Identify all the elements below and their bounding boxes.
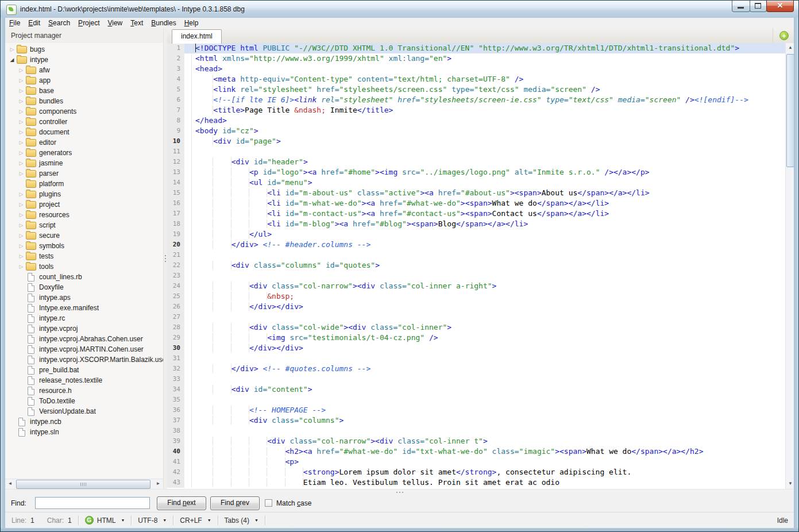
expand-icon[interactable]: ▷: [18, 210, 25, 220]
code-line[interactable]: 39 <div class="col-narrow"><div class="c…: [167, 436, 786, 446]
title-bar[interactable]: index.html - D:\work\projects\inmite\web…: [1, 1, 798, 18]
find-prev-button[interactable]: Find prev: [210, 496, 260, 510]
tree-item-parser[interactable]: ▷parser: [5, 168, 163, 179]
expand-icon[interactable]: ▷: [18, 241, 25, 251]
tree-item-editor[interactable]: ▷editor: [5, 137, 163, 148]
code-line[interactable]: 34 <div id="content">: [167, 384, 786, 395]
tree-item-script[interactable]: ▷script: [5, 220, 163, 230]
code-line[interactable]: 40 <h2><a href="#what-we-do" id="txt-wha…: [167, 446, 786, 457]
code-line[interactable]: 28 <div class="col-wide"><div class="col…: [167, 322, 786, 333]
tree-item-app[interactable]: ▷app: [5, 75, 163, 86]
expand-icon[interactable]: ▷: [18, 75, 25, 86]
code-line[interactable]: 13 <p id="logo"><a href="#home"><img src…: [167, 167, 786, 178]
tabs-dropdown[interactable]: Tabs (4)▼: [218, 516, 265, 525]
menu-search[interactable]: Search: [44, 18, 74, 28]
expand-icon[interactable]: ▷: [18, 106, 25, 117]
menu-view[interactable]: View: [103, 18, 126, 28]
menu-edit[interactable]: Edit: [24, 18, 44, 28]
line-ending-dropdown[interactable]: CR+LF▼: [173, 516, 217, 525]
expand-icon[interactable]: ▷: [18, 96, 25, 106]
code-line[interactable]: 4 <meta http-equiv="Content-type" conten…: [167, 74, 786, 84]
expand-icon[interactable]: ▷: [18, 127, 25, 137]
tree-item-base[interactable]: ▷base: [5, 86, 163, 96]
tree-item-intype-sln[interactable]: intype.sln: [5, 427, 163, 437]
find-input[interactable]: [35, 497, 150, 509]
code-line[interactable]: 8</head>: [167, 115, 786, 126]
syntax-dropdown[interactable]: GHTML▼: [79, 516, 132, 525]
scrollbar-thumb[interactable]: [786, 54, 794, 167]
expand-icon[interactable]: ▷: [18, 199, 25, 210]
code-line[interactable]: 19 </ul>: [167, 229, 786, 240]
code-line[interactable]: 10 <div id="page">: [167, 136, 786, 147]
tree-item-bundles[interactable]: ▷bundles: [5, 96, 163, 106]
tree-item-intype-aps[interactable]: intype.aps: [5, 292, 163, 303]
expand-icon[interactable]: ▷: [18, 86, 25, 96]
expand-icon[interactable]: ▷: [18, 261, 25, 272]
tree-item-afw[interactable]: ▷afw: [5, 65, 163, 75]
code-line[interactable]: 1<!DOCTYPE html PUBLIC "-//W3C//DTD XHTM…: [167, 43, 786, 53]
maximize-button[interactable]: [750, 1, 767, 12]
tree-item-symbols[interactable]: ▷symbols: [5, 241, 163, 251]
new-tab-button[interactable]: +: [779, 31, 789, 40]
tree-item-bugs[interactable]: ▷bugs: [5, 44, 163, 55]
code-line[interactable]: 23: [167, 271, 786, 281]
code-line[interactable]: 21: [167, 250, 786, 260]
tree-item-resources[interactable]: ▷resources: [5, 210, 163, 220]
collapse-icon[interactable]: ◢: [9, 55, 16, 65]
menu-help[interactable]: Help: [180, 18, 203, 28]
code-line[interactable]: 25 &nbsp;: [167, 291, 786, 302]
code-line[interactable]: 24 <div class="col-narrow"><div class="c…: [167, 281, 786, 291]
code-line[interactable]: 12 <div id="header">: [167, 157, 786, 167]
tree-item-intype-vcproj-xscorp-martin-balazik-use[interactable]: intype.vcproj.XSCORP.Martin.Balazik.use: [5, 354, 163, 365]
expand-icon[interactable]: ▷: [18, 220, 25, 230]
tree-item-components[interactable]: ▷components: [5, 106, 163, 117]
sidebar-horizontal-scrollbar[interactable]: ◄ ►: [5, 479, 163, 489]
tree-item-count-lines-rb[interactable]: count_lines.rb: [5, 272, 163, 282]
tree-item-document[interactable]: ▷document: [5, 127, 163, 137]
menu-project[interactable]: Project: [74, 18, 103, 28]
code-line[interactable]: 38: [167, 426, 786, 436]
tree-item-resource-h[interactable]: resource.h: [5, 385, 163, 396]
code-line[interactable]: 9<body id="cz">: [167, 126, 786, 136]
scroll-right-icon[interactable]: ►: [153, 479, 163, 488]
code-line[interactable]: 36 <!-- HOMEPAGE -->: [167, 405, 786, 415]
expand-icon[interactable]: ▷: [18, 148, 25, 158]
tree-item-secure[interactable]: ▷secure: [5, 230, 163, 241]
code-line[interactable]: 29 <img src="testimonials/t-04-cz.png" /…: [167, 333, 786, 343]
code-line[interactable]: 30 </div></div>: [167, 343, 786, 353]
expand-icon[interactable]: ▷: [18, 137, 25, 148]
code-editor[interactable]: 1<!DOCTYPE html PUBLIC "-//W3C//DTD XHTM…: [167, 43, 786, 489]
tree-item-intype-vcproj-martin-cohen-user[interactable]: intype.vcproj.MARTIN.Cohen.user: [5, 344, 163, 354]
scroll-left-icon[interactable]: ◄: [5, 479, 15, 488]
expand-icon[interactable]: ▷: [18, 251, 25, 261]
code-line[interactable]: 15 <li id="m-about-us" class="active"><a…: [167, 188, 786, 198]
tree-item-pre-build-bat[interactable]: pre_build.bat: [5, 365, 163, 375]
tree-item-intype-exe-manifest[interactable]: Intype.exe.manifest: [5, 303, 163, 313]
code-line[interactable]: 32 </div> <!-- #quotes.columns -->: [167, 364, 786, 374]
minimize-button[interactable]: [732, 1, 750, 12]
tree-item-intype-ncb[interactable]: intype.ncb: [5, 417, 163, 427]
tree-item-tests[interactable]: ▷tests: [5, 251, 163, 261]
tree-item-versionupdate-bat[interactable]: VersionUpdate.bat: [5, 406, 163, 417]
code-line[interactable]: 26 </div></div>: [167, 302, 786, 312]
code-line[interactable]: 16 <li id="m-what-we-do"><a href="#what-…: [167, 198, 786, 209]
menu-file[interactable]: File: [5, 18, 24, 28]
menu-text[interactable]: Text: [126, 18, 147, 28]
tree-item-doxyfile[interactable]: Doxyfile: [5, 282, 163, 292]
scrollbar-thumb[interactable]: [16, 480, 150, 489]
tree-item-controller[interactable]: ▷controller: [5, 117, 163, 127]
tree-item-plugins[interactable]: ▷plugins: [5, 189, 163, 199]
code-line[interactable]: 5 <link rel="stylesheet" href="styleshee…: [167, 84, 786, 95]
code-line[interactable]: 35: [167, 395, 786, 405]
tree-item-intype-vcproj[interactable]: intype.vcproj: [5, 323, 163, 334]
expand-icon[interactable]: ▷: [18, 189, 25, 199]
expand-icon[interactable]: ▷: [18, 117, 25, 127]
code-line[interactable]: 27: [167, 312, 786, 322]
code-line[interactable]: 14 <ul id="menu">: [167, 178, 786, 188]
code-line[interactable]: 2<html xmlns="http://www.w3.org/1999/xht…: [167, 53, 786, 64]
tree-item-jasmine[interactable]: ▷jasmine: [5, 158, 163, 168]
code-line[interactable]: 6 <!--[if lte IE 6]><link rel="styleshee…: [167, 95, 786, 105]
tree-item-intype[interactable]: ◢intype: [5, 55, 163, 65]
code-line[interactable]: 41 <p>: [167, 457, 786, 467]
tree-item-project[interactable]: ▷project: [5, 199, 163, 210]
